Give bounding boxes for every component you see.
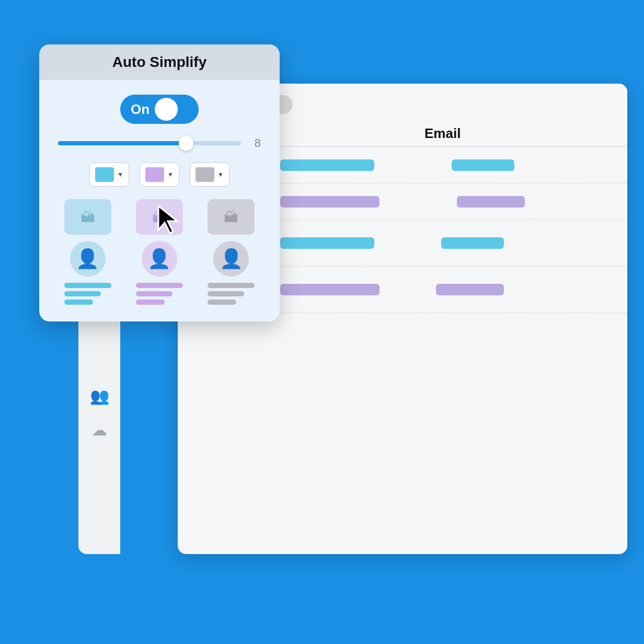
color-pickers-row: ▼ ▼ ▼: [56, 163, 263, 187]
swatch-blue: [95, 167, 114, 182]
preview-line: [136, 291, 172, 296]
preview-line: [136, 300, 165, 305]
preview-line: [64, 291, 101, 296]
preview-line: [208, 283, 255, 288]
panel-body: On 8 ▼ ▼ ▼: [39, 80, 280, 321]
pill: [452, 159, 514, 171]
preview-line: [208, 300, 236, 305]
col-email-header: Email: [424, 125, 581, 142]
preview-avatar-gray: 👤: [213, 241, 249, 277]
preview-col-gray: 🏔 👤: [200, 199, 263, 305]
preview-line: [208, 291, 244, 296]
color-picker-gray[interactable]: ▼: [190, 163, 229, 187]
chevron-down-icon: ▼: [217, 171, 224, 178]
toggle-pill[interactable]: On: [120, 95, 199, 124]
preview-line: [64, 283, 111, 288]
toggle-knob: [155, 98, 178, 121]
preview-image-purple: 🏔: [136, 199, 183, 235]
preview-lines-blue: [64, 283, 111, 305]
preview-col-blue: 🏔 👤: [56, 199, 119, 305]
color-picker-purple[interactable]: ▼: [140, 163, 179, 187]
pill: [280, 159, 374, 171]
cloud-icon: ☁: [91, 421, 107, 439]
preview-avatar-blue: 👤: [70, 241, 106, 277]
toggle-label: On: [131, 101, 150, 118]
slider-fill: [58, 141, 186, 145]
pill: [280, 237, 374, 249]
preview-line: [136, 283, 183, 288]
slider-row: 8: [56, 136, 263, 150]
simplify-panel: Auto Simplify On 8 ▼ ▼: [39, 44, 280, 321]
pill: [457, 196, 525, 208]
slider-track[interactable]: [58, 141, 241, 145]
pill: [436, 284, 504, 295]
preview-avatar-purple: 👤: [142, 241, 177, 277]
preview-lines-purple: [136, 283, 183, 305]
team-icon: 👥: [90, 387, 109, 405]
preview-line: [64, 300, 93, 305]
preview-image-gray: 🏔: [208, 199, 255, 235]
color-picker-blue[interactable]: ▼: [89, 163, 129, 187]
preview-image-blue: 🏔: [64, 199, 111, 235]
slider-thumb[interactable]: [179, 136, 193, 151]
chevron-down-icon: ▼: [117, 171, 123, 178]
chevron-down-icon: ▼: [167, 171, 174, 178]
swatch-purple: [145, 167, 164, 182]
preview-col-purple: 🏔 👤: [128, 199, 191, 305]
panel-title: Auto Simplify: [112, 54, 206, 70]
toggle-row: On: [56, 95, 263, 124]
preview-grid: 🏔 👤 🏔 👤 🏔: [56, 199, 263, 305]
panel-title-bar: Auto Simplify: [39, 44, 280, 80]
pill: [280, 284, 380, 295]
pill: [280, 196, 380, 208]
pill: [441, 237, 504, 249]
preview-lines-gray: [208, 283, 255, 305]
swatch-gray: [196, 167, 214, 182]
slider-value: 8: [248, 136, 261, 150]
